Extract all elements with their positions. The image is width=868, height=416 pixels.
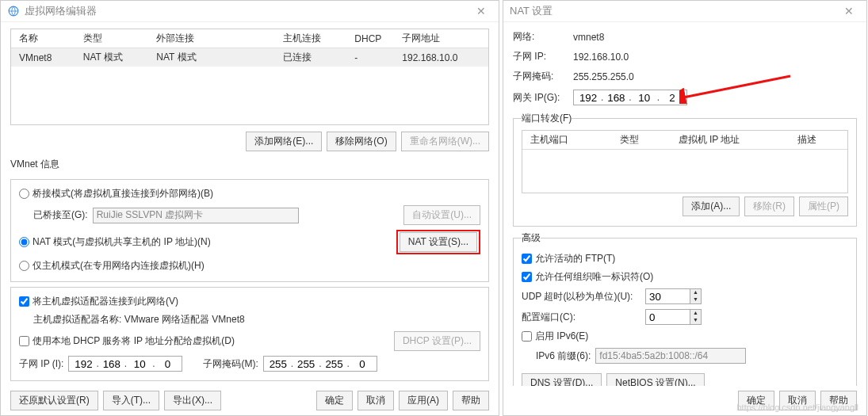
subnet-mask-label: 子网掩码(M):: [203, 357, 258, 371]
bridged-to-select: [93, 208, 299, 223]
col-name[interactable]: 名称: [11, 29, 75, 48]
subnet-mask-input[interactable]: . . .: [263, 356, 377, 372]
export-button[interactable]: 导出(X)...: [164, 391, 221, 410]
port-forward-group: 端口转发(F) 主机端口 类型 虚拟机 IP 地址 描述 添加(A)... 移除…: [513, 112, 857, 227]
config-port-spinner[interactable]: ▲▼: [645, 309, 702, 325]
pf-remove-button: 移除(R): [744, 197, 794, 216]
help-button[interactable]: 帮助: [453, 391, 489, 410]
close-icon[interactable]: ✕: [838, 5, 860, 17]
left-titlebar: 虚拟网络编辑器 ✕: [1, 1, 499, 22]
ipv6-prefix-input: [595, 348, 746, 364]
add-network-button[interactable]: 添加网络(E)...: [246, 132, 322, 151]
subnet-ip-label: 子网 IP (I):: [19, 357, 63, 371]
col-dhcp[interactable]: DHCP: [346, 29, 394, 48]
gateway-label: 网关 IP(G):: [513, 91, 568, 105]
advanced-title: 高级: [522, 231, 541, 245]
help-button[interactable]: 帮助: [820, 391, 857, 410]
netbios-settings-button[interactable]: NetBIOS 设置(N)...: [606, 373, 704, 386]
auto-settings-button: 自动设置(U)...: [403, 205, 480, 225]
network-value: vmnet8: [573, 32, 604, 43]
right-titlebar: NAT 设置 ✕: [503, 1, 866, 22]
udp-timeout-label: UDP 超时(以秒为单位)(U):: [522, 290, 640, 303]
table-row[interactable]: VMnet8 NAT 模式 NAT 模式 已连接 - 192.168.10.0: [11, 48, 488, 67]
vmnet-table[interactable]: 名称 类型 外部连接 主机连接 DHCP 子网地址 VMnet8 NAT 模式: [10, 29, 489, 125]
advanced-group: 高级 允许活动的 FTP(T) 允许任何组织唯一标识符(O) UDP 超时(以秒…: [513, 231, 857, 386]
apply-button[interactable]: 应用(A): [399, 391, 448, 410]
col-type[interactable]: 类型: [75, 29, 149, 48]
vmnet-info-title: VMnet 信息: [10, 158, 489, 171]
left-title: 虚拟网络编辑器: [25, 4, 97, 18]
restore-defaults-button[interactable]: 还原默认设置(R): [10, 391, 98, 410]
right-title: NAT 设置: [510, 4, 553, 18]
nat-radio[interactable]: NAT 模式(与虚拟机共享主机的 IP 地址)(N): [19, 235, 211, 249]
ipv6-enable-check[interactable]: 启用 IPv6(E): [522, 330, 588, 343]
hostonly-radio[interactable]: 仅主机模式(在专用网络内连接虚拟机)(H): [19, 259, 205, 273]
pf-add-button[interactable]: 添加(A)...: [683, 197, 740, 216]
gateway-ip-input[interactable]: . . .: [573, 90, 687, 105]
ok-button[interactable]: 确定: [316, 391, 353, 410]
port-forward-title: 端口转发(F): [522, 112, 572, 125]
bridged-radio[interactable]: 桥接模式(将虚拟机直接连接到外部网络)(B): [19, 187, 213, 200]
ipv6-prefix-label: IPv6 前缀(6):: [536, 349, 591, 363]
network-label: 网络:: [513, 30, 568, 44]
col-ext[interactable]: 外部连接: [148, 29, 275, 48]
remove-network-button[interactable]: 移除网络(O): [327, 132, 396, 151]
close-icon[interactable]: ✕: [470, 5, 492, 17]
subnet-mask-value: 255.255.255.0: [573, 71, 634, 82]
bridged-to-label: 已桥接至(G):: [33, 208, 88, 222]
dns-settings-button[interactable]: DNS 设置(D)...: [522, 373, 602, 386]
local-dhcp-check[interactable]: 使用本地 DHCP 服务将 IP 地址分配给虚拟机(D): [19, 334, 235, 348]
port-forward-table[interactable]: 主机端口 类型 虚拟机 IP 地址 描述: [522, 130, 848, 193]
cancel-button[interactable]: 取消: [358, 391, 394, 410]
host-adapter-name: 主机虚拟适配器名称: VMware 网络适配器 VMnet8: [33, 313, 245, 326]
active-ftp-check[interactable]: 允许活动的 FTP(T): [522, 252, 615, 265]
subnet-ip-input[interactable]: . . .: [68, 356, 182, 372]
col-subnet[interactable]: 子网地址: [394, 29, 488, 48]
host-adapter-check[interactable]: 将主机虚拟适配器连接到此网络(V): [19, 295, 178, 308]
vmnet-info-group: 桥接模式(将虚拟机直接连接到外部网络)(B) 已桥接至(G): 自动设置(U).…: [10, 179, 489, 282]
nat-settings-highlight: NAT 设置(S)...: [396, 230, 480, 254]
import-button[interactable]: 导入(T)...: [103, 391, 159, 410]
rename-network-button: 重命名网络(W)...: [401, 132, 489, 151]
dhcp-settings-button: DHCP 设置(P)...: [394, 331, 480, 351]
col-host[interactable]: 主机连接: [275, 29, 346, 48]
udp-timeout-spinner[interactable]: ▲▼: [645, 288, 702, 304]
subnet-ip-label: 子网 IP:: [513, 50, 568, 63]
config-port-label: 配置端口(C):: [522, 311, 640, 324]
subnet-ip-value: 192.168.10.0: [573, 52, 629, 63]
globe-icon: [7, 5, 20, 17]
ok-button[interactable]: 确定: [738, 391, 774, 410]
subnet-mask-label: 子网掩码:: [513, 70, 568, 83]
nat-settings-button[interactable]: NAT 设置(S)...: [400, 232, 477, 252]
cancel-button[interactable]: 取消: [779, 391, 816, 410]
host-adapter-group: 将主机虚拟适配器连接到此网络(V) 主机虚拟适配器名称: VMware 网络适配…: [10, 287, 489, 381]
any-oui-check[interactable]: 允许任何组织唯一标识符(O): [522, 270, 653, 284]
pf-props-button: 属性(P): [799, 197, 848, 216]
